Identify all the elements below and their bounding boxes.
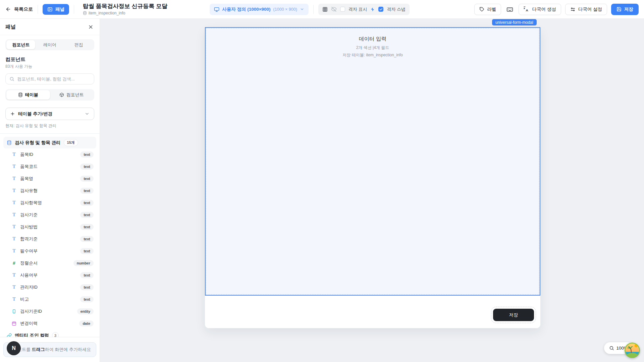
field-row[interactable]: T검사항목명text bbox=[3, 197, 96, 209]
field-type-badge: text bbox=[80, 212, 94, 218]
design-canvas[interactable]: universal-form-modal 데이터 입력 2개 섹션 |4개 필드… bbox=[100, 19, 644, 362]
grid-snap-checkbox[interactable] bbox=[378, 7, 383, 12]
field-row[interactable]: T품목명text bbox=[3, 173, 96, 185]
field-row[interactable]: T품목IDtext bbox=[3, 148, 96, 161]
field-name: 품목코드 bbox=[20, 164, 38, 170]
tab-layers[interactable]: 레이어 bbox=[35, 40, 64, 49]
field-type-badge: text bbox=[80, 236, 94, 242]
tab-edit[interactable]: 편집 bbox=[64, 40, 93, 49]
island-emoji-badge[interactable] bbox=[625, 343, 640, 358]
field-type-badge: text bbox=[80, 152, 94, 158]
grid-show-label: 격자 표시 bbox=[348, 6, 367, 12]
tag-icon bbox=[479, 7, 484, 12]
field-type-badge: date bbox=[79, 320, 94, 326]
lightning-icon bbox=[370, 7, 375, 12]
grid-snap-label: 격자 스냅 bbox=[387, 6, 406, 12]
field-row[interactable]: T검사유형text bbox=[3, 185, 96, 197]
field-type-badge: text bbox=[80, 188, 94, 194]
field-row[interactable]: T필수여부text bbox=[3, 245, 96, 257]
component-search bbox=[5, 73, 94, 84]
grid-controls: 격자 표시 격자 스냅 bbox=[318, 4, 410, 15]
i18n-settings-button[interactable]: 다국어 설정 bbox=[565, 4, 607, 15]
field-type-badge: number bbox=[73, 260, 94, 266]
table-group-header[interactable]: 검사 유형 및 항목 관리 15개 bbox=[3, 137, 96, 148]
panel-close-button[interactable] bbox=[87, 23, 94, 31]
field-name: 필수여부 bbox=[20, 248, 38, 254]
search-input[interactable] bbox=[17, 76, 90, 81]
field-row[interactable]: T품목코드text bbox=[3, 161, 96, 173]
chevron-down-icon bbox=[85, 111, 90, 116]
field-type-badge: text bbox=[80, 164, 94, 170]
field-name: 비고 bbox=[20, 296, 29, 302]
join-group-name: 엔티티 조인 컬럼 bbox=[15, 333, 49, 337]
form-modal-preview[interactable]: 데이터 입력 2개 섹션 |4개 필드 저장 테이블: item_inspect… bbox=[205, 27, 540, 328]
save-button[interactable]: 저장 bbox=[611, 4, 639, 15]
text-type-icon: T bbox=[12, 200, 15, 205]
plus-icon bbox=[10, 111, 15, 116]
tab-components[interactable]: 컴포넌트 bbox=[6, 40, 35, 49]
table-group-name: 검사 유형 및 항목 관리 bbox=[15, 140, 61, 146]
back-to-list-button[interactable]: 목록으로 bbox=[5, 6, 33, 12]
field-name: 검사항목명 bbox=[20, 200, 42, 206]
field-name: 품목명 bbox=[20, 176, 33, 182]
link-icon bbox=[7, 333, 12, 337]
database-icon bbox=[83, 11, 87, 15]
database-icon bbox=[18, 93, 23, 97]
close-icon bbox=[88, 24, 94, 30]
text-type-icon: T bbox=[12, 176, 15, 181]
arrow-left-icon bbox=[5, 6, 11, 12]
text-type-icon: T bbox=[12, 212, 15, 218]
panel-title: 패널 bbox=[5, 23, 16, 31]
keyboard-shortcuts-button[interactable] bbox=[505, 5, 515, 14]
source-components-toggle[interactable]: 컴포넌트 bbox=[50, 90, 94, 100]
database-icon bbox=[7, 140, 12, 145]
join-count-badge: 3 bbox=[52, 332, 59, 337]
eye-off-icon bbox=[331, 6, 337, 12]
back-label: 목록으로 bbox=[14, 6, 33, 12]
label-button[interactable]: 라벨 bbox=[474, 4, 501, 15]
field-row[interactable]: T검사방법text bbox=[3, 221, 96, 233]
collaborator-cursor-badge: N bbox=[7, 341, 21, 355]
grid-show-checkbox[interactable] bbox=[340, 7, 345, 12]
panel-toggle-button[interactable]: 패널 bbox=[43, 4, 69, 15]
divider bbox=[313, 5, 314, 14]
add-table-dropdown[interactable]: 테이블 추가/변경 bbox=[5, 108, 94, 120]
modal-title: 데이터 입력 bbox=[206, 36, 540, 43]
text-type-icon: T bbox=[12, 273, 15, 278]
field-type-badge: text bbox=[80, 200, 94, 206]
divider bbox=[74, 5, 74, 14]
grid-icon bbox=[322, 7, 328, 12]
chevron-down-icon bbox=[300, 7, 304, 11]
field-row[interactable]: #정렬순서number bbox=[3, 257, 96, 269]
panel-tabs: 컴포넌트 레이어 편집 bbox=[5, 39, 94, 50]
field-row[interactable]: T관리자IDtext bbox=[3, 281, 96, 293]
field-name: 사용여부 bbox=[20, 272, 38, 278]
viewport-size: (1000 × 900) bbox=[273, 7, 297, 12]
selected-form-region[interactable]: 데이터 입력 2개 섹션 |4개 필드 저장 테이블: item_inspect… bbox=[205, 27, 540, 296]
panel-left-icon bbox=[47, 7, 53, 12]
field-name: 관리자ID bbox=[20, 284, 38, 290]
field-row[interactable]: 변경이력date bbox=[3, 317, 96, 329]
modal-save-button[interactable]: 저장 bbox=[493, 309, 534, 321]
field-name: 검사유형 bbox=[20, 188, 38, 194]
text-type-icon: T bbox=[12, 152, 15, 157]
text-type-icon: T bbox=[12, 164, 15, 169]
field-row[interactable]: T사용여부text bbox=[3, 269, 96, 281]
field-type-badge: text bbox=[80, 224, 94, 230]
field-row[interactable]: T검사기준text bbox=[3, 209, 96, 221]
search-icon bbox=[9, 76, 14, 81]
viewport-selector[interactable]: 사용자 정의 (1000×900) (1000 × 900) bbox=[210, 4, 309, 15]
page-title-block: 탑씰 품목검사정보 신규등록 모달 item_inspection_info bbox=[83, 3, 167, 15]
field-row[interactable]: T비고text bbox=[3, 293, 96, 305]
field-row[interactable]: T합격기준text bbox=[3, 233, 96, 245]
components-available-count: 83개 사용 가능 bbox=[5, 64, 94, 69]
field-name: 정렬순서 bbox=[20, 260, 38, 266]
text-type-icon: T bbox=[12, 297, 15, 302]
text-type-icon: T bbox=[12, 236, 15, 242]
join-columns-group-header[interactable]: 엔티티 조인 컬럼 3 bbox=[3, 329, 96, 337]
i18n-generate-button[interactable]: xA 다국어 생성 bbox=[519, 4, 561, 15]
field-row[interactable]: 검사기준IDentity bbox=[3, 305, 96, 317]
monitor-icon bbox=[214, 7, 219, 12]
source-tables-toggle[interactable]: 테이블 bbox=[6, 90, 50, 100]
field-name: 검사기준 bbox=[20, 212, 38, 218]
